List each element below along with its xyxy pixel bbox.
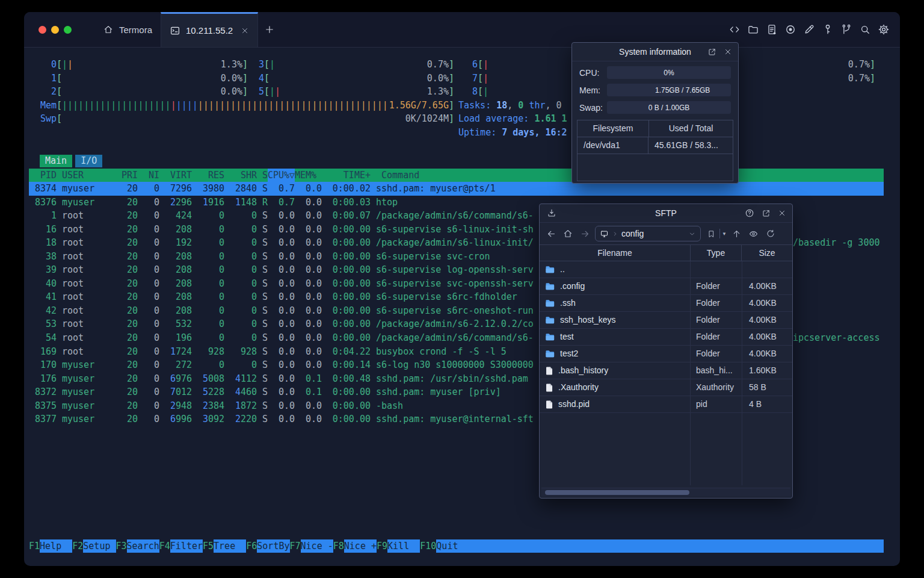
open-in-window-icon[interactable] [707,48,716,57]
filesystem-table-header: Filesystem Used / Total [578,120,733,137]
cpu-meter-0: 0[||1.3%] [40,58,248,71]
cpu-usage-bar: 0% [607,66,731,79]
tab-session[interactable]: 10.211.55.2 [161,12,258,47]
cpu-label: CPU: [579,68,607,78]
tab-termora[interactable]: Termora [94,12,161,47]
file-row-config[interactable]: .configFolder4.00KB [540,278,792,295]
folder-icon [545,315,555,325]
fkey-f7-nice[interactable]: Nice - [301,539,333,553]
forward-button[interactable] [578,227,591,240]
file-name-cell: .Xauthority [540,379,691,396]
fkey-f4-filter[interactable]: Filter [170,539,203,553]
file-icon [545,400,553,409]
sftp-title: SFTP [540,204,792,223]
open-in-window-icon[interactable] [762,209,771,218]
settings-icon[interactable] [877,23,890,36]
file-name-cell: .bash_history [540,362,691,379]
file-row-[interactable]: .. [540,261,792,278]
fkey-f2-setup[interactable]: Setup [83,539,116,553]
back-button[interactable] [544,227,558,240]
file-type-cell: Xauthority [691,379,742,396]
cpu-meter-5: 5[||1.3%] [248,85,454,98]
fkey-f1-help[interactable]: Help [40,539,72,553]
type-column-header[interactable]: Type [691,245,742,261]
system-information-title-text: System information [619,47,691,57]
mem-usage-bar: 1.75GB / 7.65GB [607,84,731,96]
help-icon[interactable] [745,208,754,218]
show-hidden-button[interactable] [747,227,760,240]
up-directory-button[interactable] [730,227,744,240]
branch-icon[interactable] [840,23,853,36]
sftp-panel: SFTP config ▼ [539,204,793,499]
fkey-f3-search[interactable]: Search [127,539,159,553]
file-row-sshdpid[interactable]: sshd.pidpid4 B [540,396,792,413]
bookmark-icon[interactable] [704,227,718,240]
edit-icon[interactable] [802,23,816,36]
file-row-bashhistory[interactable]: .bash_historybash_hi...1.60KB [540,362,792,379]
transfers-icon[interactable] [547,208,556,218]
sftp-title-text: SFTP [655,208,677,218]
htop-tab-main[interactable]: Main [40,155,72,167]
process-table-header[interactable]: PID USERPRINIVIRTRESSHRSCPU%▽MEM%TIME+ C… [29,169,884,182]
file-icon [545,366,553,376]
close-window-button[interactable] [38,26,46,34]
close-panel-icon[interactable] [778,209,786,217]
file-type-cell [691,261,742,278]
mem-label: Mem: [579,85,607,95]
current-path-label: config [621,229,644,238]
record-icon[interactable] [784,23,797,36]
code-icon[interactable] [728,23,741,36]
file-type-cell: Folder [691,346,742,362]
chevron-right-icon [612,231,618,237]
file-type-cell: Folder [691,329,742,345]
file-row-ssh[interactable]: .sshFolder4.00KB [540,295,792,312]
fkey-f8-nice[interactable]: Nice + [344,539,377,553]
file-size-cell: 1.60KB [742,362,792,379]
fkey-f10-quit[interactable]: Quit [436,539,884,553]
fkey-f5-tree[interactable]: Tree [214,539,246,553]
file-type-cell: Folder [691,312,742,328]
horizontal-scrollbar[interactable] [541,488,790,496]
minimize-window-button[interactable] [51,26,59,34]
file-name-cell: test [540,329,691,345]
cpu-usage-row: CPU: 0% [572,66,738,79]
fkey-f9-kill[interactable]: Kill [387,539,420,553]
close-tab-icon[interactable] [241,26,249,35]
filename-column-header[interactable]: Filename [540,245,691,261]
file-icon [545,383,553,393]
file-type-cell: Folder [691,295,742,311]
uptime: Uptime: 7 days, 16:2 [458,126,567,139]
system-information-panel: System information CPU: 0% Mem: 1.75GB /… [571,42,739,184]
fkey-f6-sortby[interactable]: SortBy [257,539,289,553]
file-row-sshhostkeys[interactable]: ssh_host_keysFolder4.00KB [540,312,792,329]
new-tab-button[interactable] [264,24,275,35]
file-type-cell: bash_hi... [691,362,742,379]
path-breadcrumb[interactable]: config [595,226,701,241]
zoom-window-button[interactable] [64,26,72,34]
file-row-test2[interactable]: test2Folder4.00KB [540,346,792,362]
filesystem-usage: 45.61GB / 58.3... [648,137,733,154]
home-icon [103,24,114,35]
process-row-8374[interactable]: 8374 myuser200729639802840S0.70.00:00.02… [29,182,884,196]
close-panel-icon[interactable] [724,48,732,56]
chevron-down-icon[interactable] [688,230,696,238]
function-key-bar: F1Help F2Setup F3SearchF4FilterF5Tree F6… [29,539,884,553]
size-column-header[interactable]: Size [742,245,792,261]
htop-tab-io[interactable]: I/O [75,155,102,167]
scrollbar-thumb[interactable] [545,490,689,495]
log-icon[interactable] [765,23,778,36]
file-size-cell: 4 B [742,396,792,412]
refresh-button[interactable] [764,227,777,240]
file-size-cell: 4.00KB [742,295,792,311]
key-icon[interactable] [821,23,834,36]
file-row-test[interactable]: testFolder4.00KB [540,329,792,346]
file-row-Xauthority[interactable]: .XauthorityXauthority58 B [540,379,792,396]
file-name-cell: ssh_host_keys [540,312,691,328]
folder-icon[interactable] [747,23,760,36]
file-type-cell: pid [691,396,742,412]
search-icon[interactable] [858,23,872,36]
bookmark-caret-icon[interactable]: ▼ [722,231,727,237]
filesystem-row[interactable]: /dev/vda145.61GB / 58.3... [578,137,733,154]
terminal-icon [170,25,180,36]
home-button[interactable] [561,227,574,240]
